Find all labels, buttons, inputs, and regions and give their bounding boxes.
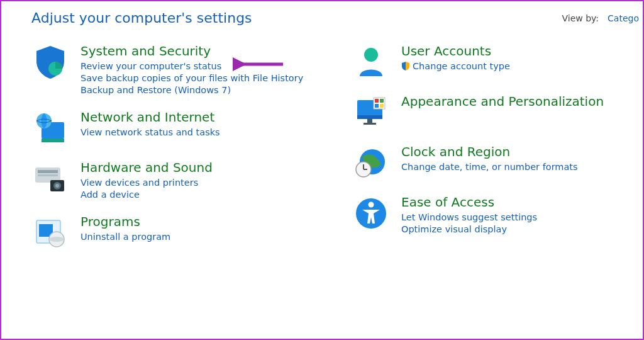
category-programs: Programs Uninstall a program	[31, 214, 327, 252]
svg-point-29	[369, 202, 374, 208]
svg-rect-6	[38, 174, 58, 176]
link-uninstall-program[interactable]: Uninstall a program	[80, 232, 327, 242]
category-title-system-security[interactable]: System and Security	[80, 43, 327, 59]
category-title-ease-of-access[interactable]: Ease of Access	[401, 195, 616, 210]
link-date-time-formats[interactable]: Change date, time, or number formats	[401, 162, 616, 172]
svg-rect-5	[38, 170, 58, 173]
link-backup-restore[interactable]: Backup and Restore (Windows 7)	[80, 85, 327, 95]
shield-icon	[31, 43, 69, 81]
svg-rect-23	[380, 104, 384, 108]
link-devices-printers[interactable]: View devices and printers	[80, 178, 327, 188]
link-optimize-display[interactable]: Optimize visual display	[401, 224, 616, 234]
link-file-history[interactable]: Save backup copies of your files with Fi…	[80, 73, 327, 83]
link-change-account-type[interactable]: Change account type	[401, 61, 616, 72]
category-title-hardware[interactable]: Hardware and Sound	[80, 160, 327, 175]
category-user-accounts: User Accounts Change account type	[352, 43, 616, 81]
svg-rect-22	[375, 104, 379, 108]
hardware-icon	[31, 160, 69, 198]
svg-rect-2	[42, 139, 64, 142]
page-title: Adjust your computer's settings	[31, 10, 252, 26]
view-by-label: View by:	[562, 13, 599, 23]
category-clock-region: Clock and Region Change date, time, or n…	[352, 144, 616, 182]
category-title-programs[interactable]: Programs	[80, 214, 327, 229]
category-title-network[interactable]: Network and Internet	[80, 110, 327, 125]
monitor-icon	[352, 94, 390, 132]
link-add-device[interactable]: Add a device	[80, 190, 327, 200]
link-change-account-type-text: Change account type	[413, 61, 510, 71]
category-title-user-accounts[interactable]: User Accounts	[401, 43, 616, 59]
link-network-status[interactable]: View network status and tasks	[80, 127, 327, 137]
view-by-value[interactable]: Catego	[608, 13, 639, 23]
view-by: View by: Catego	[562, 13, 643, 23]
svg-point-9	[55, 184, 59, 188]
programs-icon	[31, 214, 69, 252]
category-appearance: Appearance and Personalization	[352, 94, 616, 132]
category-network-internet: Network and Internet View network status…	[31, 110, 327, 147]
svg-rect-16	[357, 115, 382, 119]
uac-shield-icon	[401, 62, 410, 72]
category-title-appearance[interactable]: Appearance and Personalization	[401, 94, 616, 109]
category-system-security: System and Security Review your computer…	[31, 43, 327, 97]
svg-rect-18	[364, 123, 376, 125]
accessibility-icon	[352, 195, 390, 232]
link-review-status[interactable]: Review your computer's status	[80, 61, 327, 71]
svg-point-13	[49, 237, 64, 242]
svg-point-14	[364, 48, 378, 62]
category-hardware-sound: Hardware and Sound View devices and prin…	[31, 160, 327, 201]
category-title-clock-region[interactable]: Clock and Region	[401, 144, 616, 159]
link-suggest-settings[interactable]: Let Windows suggest settings	[401, 212, 616, 222]
network-icon	[31, 110, 69, 147]
svg-rect-17	[367, 119, 372, 123]
svg-rect-20	[375, 99, 379, 103]
user-icon	[352, 43, 390, 81]
category-ease-of-access: Ease of Access Let Windows suggest setti…	[352, 195, 616, 236]
svg-rect-21	[380, 99, 384, 103]
clock-globe-icon	[352, 144, 390, 182]
